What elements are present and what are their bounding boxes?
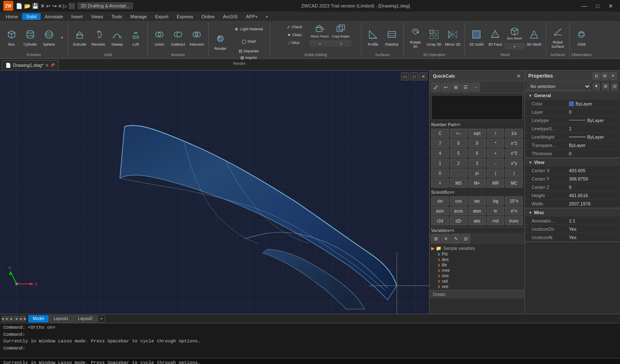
props-section-misc-header[interactable]: ▼ Misc — [525, 208, 620, 217]
menu-solid[interactable]: Solid — [22, 13, 40, 20]
quickcalc-header[interactable]: QuickCalc ✕ — [430, 71, 525, 81]
qc-key-sqy[interactable]: x^y — [505, 159, 523, 168]
menu-online[interactable]: Online — [198, 13, 219, 20]
qc-ln[interactable]: ln — [487, 206, 505, 215]
menu-manage[interactable]: Manage — [126, 13, 151, 20]
qc-trunc[interactable]: trunc — [505, 216, 523, 225]
move-faces-dropdown[interactable]: ▾ — [310, 41, 330, 46]
qc-key-mul[interactable]: * — [487, 139, 505, 148]
qc-acos[interactable]: acos — [450, 206, 468, 215]
var-item-mee[interactable]: x mee — [431, 268, 523, 273]
menu-extra[interactable]: ▪ — [262, 13, 272, 20]
qc-key-eq[interactable]: = — [431, 178, 449, 188]
canvas-restore[interactable]: □ — [410, 72, 418, 81]
tool-check[interactable]: ✓ Check — [280, 23, 309, 31]
close-button[interactable]: ✕ — [605, 2, 617, 10]
tool-box[interactable]: Box — [2, 26, 21, 49]
qc-key-back[interactable]: <-- — [450, 129, 468, 138]
layout-tab-layout1[interactable]: Layout1 — [49, 315, 73, 322]
workspace-selector[interactable]: 2D Drafting & Annotati... — [78, 2, 132, 9]
qc-rnd[interactable]: rnd — [487, 216, 505, 225]
qc-key-4[interactable]: 4 — [431, 149, 449, 158]
qc-log[interactable]: log — [487, 196, 505, 205]
qc-cos[interactable]: cos — [450, 196, 468, 205]
tool-3dface[interactable]: 3D Face — [486, 26, 504, 49]
menu-export[interactable]: Export — [151, 13, 173, 20]
qc-new[interactable]: 🖉 — [431, 83, 440, 92]
props-sel-btn3[interactable]: ⊟ — [611, 83, 618, 90]
tool-array3d[interactable]: Array 3D — [425, 26, 443, 49]
props-ctrl1[interactable]: ⊟ — [593, 72, 600, 80]
nav-last[interactable]: ►► — [20, 316, 26, 322]
qc-key-mr[interactable]: MR — [487, 178, 505, 188]
tool-union[interactable]: Union — [150, 26, 168, 49]
layout-tab-layout2[interactable]: Layout2 — [73, 315, 98, 322]
canvas-close[interactable]: ✕ — [419, 72, 427, 81]
qc-apply[interactable]: → — [471, 83, 480, 92]
qc-key-sq2[interactable]: x^2 — [505, 139, 523, 148]
qc-key-inv[interactable]: 1/x — [505, 129, 523, 138]
tool-sweep[interactable]: Sweep — [108, 26, 126, 49]
qc-key-add[interactable]: + — [487, 149, 505, 158]
props-ctrl2[interactable]: ⊞ — [601, 72, 608, 80]
props-selection-dropdown[interactable]: No selection — [527, 82, 591, 90]
qc-key-6[interactable]: 6 — [468, 149, 486, 158]
drawing-area[interactable]: — □ ✕ Y X — [0, 71, 429, 314]
var-item-rad[interactable]: x rad — [431, 278, 523, 284]
qc-key-div[interactable]: / — [487, 129, 505, 138]
tool-light[interactable]: ☀ Light Material — [230, 23, 267, 35]
tool-separate[interactable]: ⊟ Separate — [230, 48, 267, 54]
qc-key-mplus[interactable]: M+ — [468, 178, 486, 188]
qc-abs[interactable]: abs — [468, 216, 486, 225]
layout-add-button[interactable]: + — [98, 315, 105, 322]
qc-var-import[interactable]: ⊟ — [461, 234, 470, 243]
qc-clear[interactable]: ☰ — [461, 83, 470, 92]
var-item-nee[interactable]: x nee — [431, 273, 523, 278]
qc-key-8[interactable]: 8 — [450, 139, 468, 148]
qc-asin[interactable]: asin — [431, 206, 449, 215]
tool-rotate3d[interactable]: Rotate 3D — [406, 26, 425, 49]
var-item-phi[interactable]: k Phi — [431, 252, 523, 257]
quickcalc-close[interactable]: ✕ — [516, 73, 521, 79]
qc-var-edit[interactable]: ✎ — [451, 234, 460, 243]
nav-next[interactable]: ► — [14, 316, 20, 322]
canvas-minimize[interactable]: — — [401, 72, 409, 81]
props-ctrl3[interactable]: ✕ — [609, 72, 617, 80]
qc-key-2[interactable]: 2 — [450, 159, 468, 168]
props-sel-btn1[interactable]: ▼ — [593, 83, 600, 90]
doc-tab-drawing1[interactable]: 📄 Drawing1.dwg* ✕ 📌 — [2, 60, 59, 70]
tool-render[interactable]: Render — [211, 30, 229, 54]
tool-3dmesh[interactable]: 3D Mesh — [525, 26, 543, 49]
qc-r2d[interactable]: r2d — [431, 216, 449, 225]
qc-key-pi[interactable]: pi — [468, 169, 486, 178]
tool-cylinder[interactable]: Cylinder — [21, 26, 39, 49]
tool-mirror3d[interactable]: Mirror 3D — [444, 26, 462, 49]
var-item-dee[interactable]: x dee — [431, 257, 523, 262]
tool-subtract[interactable]: Subtract — [169, 26, 187, 49]
qc-paste[interactable]: ↩ — [441, 83, 450, 92]
qc-key-sqrt[interactable]: sqrt — [468, 129, 486, 138]
copy-edges-dropdown[interactable]: ▾ — [331, 41, 351, 46]
tool-intersect[interactable]: Intersect — [188, 26, 206, 49]
menu-express[interactable]: Express — [173, 13, 198, 20]
menu-arcgis[interactable]: ArcGIS — [219, 13, 242, 20]
qc-key-sub[interactable]: - — [487, 159, 505, 168]
qc-10x[interactable]: 10^x — [505, 196, 523, 205]
tool-orbit[interactable]: Orbit — [572, 26, 591, 49]
qc-key-ms[interactable]: MS — [450, 178, 468, 188]
qc-key-9[interactable]: 9 — [468, 139, 486, 148]
menu-views[interactable]: Views — [87, 13, 107, 20]
qc-sin[interactable]: sin — [431, 196, 449, 205]
menu-insert[interactable]: Insert — [67, 13, 87, 20]
tool-extrude[interactable]: Extrude — [71, 26, 89, 49]
qc-key-lparen[interactable]: ( — [487, 169, 505, 178]
quickcalc-details[interactable]: Details — [430, 290, 525, 298]
tool-ruled-surface[interactable]: Ruled Surface — [549, 26, 567, 49]
tool-shell[interactable]: ⬡ Shell — [230, 36, 267, 47]
doc-tab-pin[interactable]: 📌 — [50, 63, 55, 67]
tool-flatshot[interactable]: Flatshot — [383, 26, 401, 49]
command-input-field[interactable] — [200, 360, 617, 364]
qc-key-0[interactable]: 0 — [431, 169, 449, 178]
var-item-vee[interactable]: x vee — [431, 284, 523, 289]
qc-atan[interactable]: atan — [468, 206, 486, 215]
